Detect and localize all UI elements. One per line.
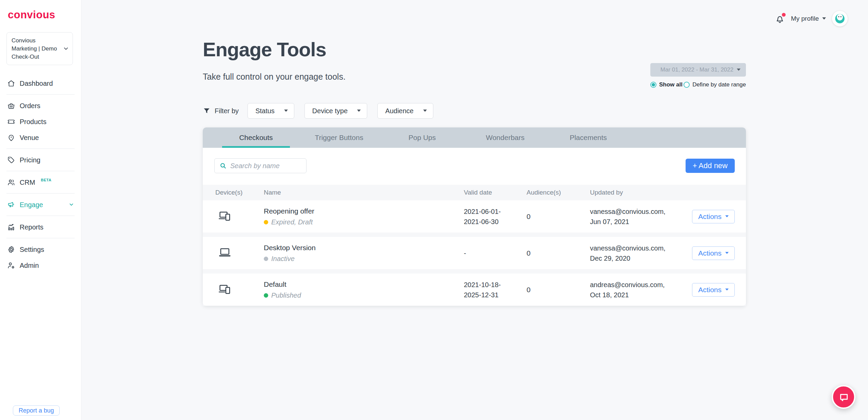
updated-by: vanessa@convious.com, Jun 07, 2021 bbox=[590, 206, 690, 227]
chevron-down-icon bbox=[63, 45, 69, 52]
column-header-updated-by: Updated by bbox=[590, 189, 690, 196]
ticket-icon bbox=[7, 118, 15, 126]
tab-pop-ups[interactable]: Pop Ups bbox=[388, 127, 456, 148]
sidebar-item-dashboard[interactable]: Dashboard bbox=[0, 75, 81, 91]
avatar[interactable] bbox=[832, 11, 848, 26]
actions-button[interactable]: Actions bbox=[692, 210, 735, 223]
divider bbox=[6, 171, 75, 171]
add-new-button[interactable]: + Add new bbox=[686, 159, 735, 173]
devices-desktop-mobile-icon bbox=[218, 210, 232, 222]
sidebar-item-reports[interactable]: Reports bbox=[0, 219, 81, 235]
sidebar-item-label: Dashboard bbox=[20, 80, 53, 87]
user-gear-icon bbox=[7, 261, 15, 269]
valid-date: - bbox=[464, 248, 527, 258]
audiences-count: 0 bbox=[527, 249, 590, 257]
status-filter-dropdown[interactable]: Status bbox=[248, 103, 294, 119]
mascot-icon bbox=[833, 12, 846, 25]
sidebar-item-label: CRM bbox=[20, 179, 35, 186]
report-bug-button[interactable]: Report a bug bbox=[13, 405, 60, 416]
sidebar-item-pricing[interactable]: Pricing bbox=[0, 152, 81, 168]
status-badge: Inactive bbox=[264, 255, 464, 263]
tag-icon bbox=[7, 156, 15, 164]
actions-label: Actions bbox=[698, 249, 722, 257]
radio-label: Define by date range bbox=[692, 81, 746, 88]
sidebar-item-engage[interactable]: Engage bbox=[0, 197, 81, 213]
caret-down-icon bbox=[725, 252, 729, 254]
status-badge: Expired, Draft bbox=[264, 218, 464, 226]
sidebar-item-settings[interactable]: Settings bbox=[0, 241, 81, 257]
notifications-button[interactable] bbox=[775, 14, 785, 24]
checkout-name: Default bbox=[264, 280, 464, 288]
date-filter: Mar 01, 2022 - Mar 31, 2022 Show all Def… bbox=[650, 63, 746, 88]
chat-fab-button[interactable] bbox=[832, 385, 855, 409]
table-row: Desktop Version Inactive - 0 vanessa@con… bbox=[203, 237, 746, 269]
topbar: My profile bbox=[775, 11, 848, 26]
status-label: Inactive bbox=[271, 255, 295, 263]
caret-down-icon bbox=[357, 109, 361, 112]
radio-define-date-range[interactable]: Define by date range bbox=[684, 81, 746, 88]
status-label: Expired, Draft bbox=[271, 218, 313, 226]
audience-filter-dropdown[interactable]: Audience bbox=[377, 103, 433, 119]
search-input[interactable] bbox=[230, 162, 302, 170]
page-title: Engage Tools bbox=[203, 38, 326, 61]
valid-date: 2021-06-01- 2021-06-30 bbox=[464, 206, 527, 227]
app-root: convious Convious Marketing | Demo Check… bbox=[0, 0, 868, 420]
devices-desktop-icon bbox=[218, 246, 232, 259]
table-row: Default Published 2021-10-18- 2025-12-31… bbox=[203, 274, 746, 306]
bar-chart-icon bbox=[7, 223, 15, 231]
basket-icon bbox=[7, 102, 15, 110]
chat-bubble-icon bbox=[838, 392, 849, 402]
notification-badge bbox=[781, 12, 786, 17]
device-type-filter-dropdown[interactable]: Device type bbox=[304, 103, 368, 119]
convious-logo[interactable]: convious bbox=[8, 9, 55, 21]
sidebar-item-label: Engage bbox=[20, 201, 43, 208]
column-header-devices: Device(s) bbox=[215, 189, 264, 196]
beta-badge: BETA bbox=[41, 178, 52, 182]
tab-trigger-buttons[interactable]: Trigger Buttons bbox=[305, 127, 373, 148]
caret-down-icon bbox=[284, 109, 288, 112]
caret-down-icon bbox=[725, 288, 729, 291]
sidebar-item-orders[interactable]: Orders bbox=[0, 98, 81, 114]
audiences-count: 0 bbox=[527, 213, 590, 221]
sidebar-nav: Dashboard Orders Products Venue Pricing bbox=[0, 75, 81, 273]
divider bbox=[6, 148, 75, 149]
updated-by: vanessa@convious.com, Dec 29, 2020 bbox=[590, 243, 690, 263]
caret-down-icon bbox=[737, 68, 741, 71]
table-row: Reopening offer Expired, Draft 2021-06-0… bbox=[203, 200, 746, 233]
actions-button[interactable]: Actions bbox=[692, 246, 735, 260]
date-filter-options: Show all Define by date range bbox=[650, 81, 746, 88]
gear-icon bbox=[7, 245, 15, 254]
tab-checkouts[interactable]: Checkouts bbox=[222, 127, 290, 148]
radio-show-all[interactable]: Show all bbox=[650, 81, 683, 88]
radio-icon bbox=[650, 82, 656, 88]
column-header-valid-date: Valid date bbox=[464, 189, 527, 196]
table-toolbar: + Add new bbox=[203, 148, 746, 185]
sidebar: convious Convious Marketing | Demo Check… bbox=[0, 0, 81, 420]
sidebar-item-label: Settings bbox=[20, 246, 44, 253]
updated-by: andreas@convious.com, Oct 18, 2021 bbox=[590, 280, 690, 300]
sidebar-item-crm[interactable]: CRM BETA bbox=[0, 174, 81, 190]
sidebar-item-admin[interactable]: Admin bbox=[0, 257, 81, 273]
dropdown-label: Audience bbox=[385, 107, 413, 115]
venue-selector[interactable]: Convious Marketing | Demo Check-Out bbox=[6, 32, 73, 65]
profile-menu[interactable]: My profile bbox=[791, 15, 826, 22]
checkout-name: Desktop Version bbox=[264, 244, 464, 252]
table-header: Device(s) Name Valid date Audience(s) Up… bbox=[203, 185, 746, 200]
search-icon bbox=[219, 162, 227, 169]
sidebar-item-venue[interactable]: Venue bbox=[0, 129, 81, 145]
status-dot bbox=[264, 220, 268, 224]
dropdown-label: Device type bbox=[312, 107, 348, 115]
audiences-count: 0 bbox=[527, 286, 590, 294]
divider bbox=[6, 94, 75, 95]
actions-label: Actions bbox=[698, 286, 722, 294]
radio-label: Show all bbox=[659, 81, 683, 88]
sidebar-item-products[interactable]: Products bbox=[0, 114, 81, 129]
tab-wonderbars[interactable]: Wonderbars bbox=[471, 127, 539, 148]
actions-button[interactable]: Actions bbox=[692, 283, 735, 297]
sidebar-item-label: Reports bbox=[20, 224, 43, 231]
profile-label: My profile bbox=[791, 15, 819, 22]
sidebar-item-label: Venue bbox=[20, 134, 39, 141]
megaphone-icon bbox=[7, 201, 15, 209]
tab-placements[interactable]: Placements bbox=[554, 127, 622, 148]
date-range-input[interactable]: Mar 01, 2022 - Mar 31, 2022 bbox=[650, 63, 746, 77]
